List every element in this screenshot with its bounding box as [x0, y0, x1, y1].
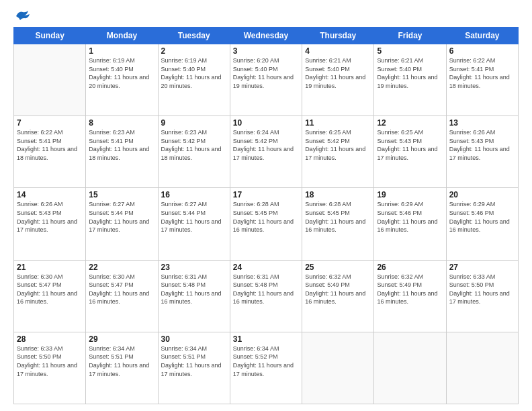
day-info: Sunrise: 6:33 AM Sunset: 5:50 PM Dayligh… [449, 273, 515, 306]
day-info: Sunrise: 6:26 AM Sunset: 5:43 PM Dayligh… [17, 200, 83, 234]
day-number: 12 [377, 118, 443, 128]
col-wednesday: Wednesday [230, 28, 302, 44]
day-number: 1 [89, 46, 154, 56]
day-number: 14 [17, 190, 83, 199]
day-info: Sunrise: 6:27 AM Sunset: 5:44 PM Dayligh… [161, 200, 227, 234]
table-row: 30Sunrise: 6:34 AM Sunset: 5:51 PM Dayli… [158, 332, 230, 404]
day-number: 17 [233, 190, 299, 199]
table-row: 4Sunrise: 6:21 AM Sunset: 5:40 PM Daylig… [302, 44, 374, 116]
day-info: Sunrise: 6:19 AM Sunset: 5:40 PM Dayligh… [89, 56, 154, 90]
col-sunday: Sunday [14, 28, 86, 44]
day-number: 11 [305, 118, 371, 128]
table-row: 24Sunrise: 6:31 AM Sunset: 5:48 PM Dayli… [230, 260, 302, 332]
day-number: 22 [89, 263, 154, 272]
table-row [446, 332, 518, 404]
day-number: 6 [449, 46, 515, 56]
day-number: 19 [377, 190, 443, 199]
table-row: 23Sunrise: 6:31 AM Sunset: 5:48 PM Dayli… [158, 260, 230, 332]
day-number: 21 [17, 263, 83, 272]
table-row: 7Sunrise: 6:22 AM Sunset: 5:41 PM Daylig… [14, 116, 86, 188]
table-row [14, 44, 86, 116]
day-info: Sunrise: 6:31 AM Sunset: 5:48 PM Dayligh… [161, 273, 227, 306]
day-info: Sunrise: 6:34 AM Sunset: 5:51 PM Dayligh… [89, 345, 154, 378]
day-info: Sunrise: 6:31 AM Sunset: 5:48 PM Dayligh… [233, 273, 299, 306]
day-info: Sunrise: 6:25 AM Sunset: 5:43 PM Dayligh… [377, 128, 443, 162]
day-number: 2 [161, 46, 227, 56]
day-number: 3 [233, 46, 299, 56]
table-row: 13Sunrise: 6:26 AM Sunset: 5:43 PM Dayli… [446, 116, 518, 188]
day-number: 24 [233, 263, 299, 272]
day-info: Sunrise: 6:22 AM Sunset: 5:41 PM Dayligh… [17, 128, 83, 162]
table-row: 1Sunrise: 6:19 AM Sunset: 5:40 PM Daylig… [86, 44, 158, 116]
table-row: 26Sunrise: 6:32 AM Sunset: 5:49 PM Dayli… [374, 260, 446, 332]
table-row: 11Sunrise: 6:25 AM Sunset: 5:42 PM Dayli… [302, 116, 374, 188]
day-number: 5 [377, 46, 443, 56]
table-row: 12Sunrise: 6:25 AM Sunset: 5:43 PM Dayli… [374, 116, 446, 188]
day-info: Sunrise: 6:33 AM Sunset: 5:50 PM Dayligh… [17, 345, 83, 378]
calendar-week-row: 28Sunrise: 6:33 AM Sunset: 5:50 PM Dayli… [14, 332, 519, 404]
day-number: 13 [449, 118, 515, 128]
day-info: Sunrise: 6:32 AM Sunset: 5:49 PM Dayligh… [377, 273, 443, 306]
day-number: 8 [89, 118, 154, 128]
day-number: 15 [89, 190, 154, 199]
table-row: 8Sunrise: 6:23 AM Sunset: 5:41 PM Daylig… [86, 116, 158, 188]
day-info: Sunrise: 6:32 AM Sunset: 5:49 PM Dayligh… [305, 273, 371, 306]
calendar-week-row: 14Sunrise: 6:26 AM Sunset: 5:43 PM Dayli… [14, 188, 519, 260]
calendar-header-row: Sunday Monday Tuesday Wednesday Thursday… [14, 28, 519, 44]
day-info: Sunrise: 6:23 AM Sunset: 5:41 PM Dayligh… [89, 128, 154, 162]
table-row: 27Sunrise: 6:33 AM Sunset: 5:50 PM Dayli… [446, 260, 518, 332]
table-row: 19Sunrise: 6:29 AM Sunset: 5:46 PM Dayli… [374, 188, 446, 260]
day-info: Sunrise: 6:34 AM Sunset: 5:51 PM Dayligh… [161, 345, 227, 378]
table-row: 15Sunrise: 6:27 AM Sunset: 5:44 PM Dayli… [86, 188, 158, 260]
day-info: Sunrise: 6:21 AM Sunset: 5:40 PM Dayligh… [377, 56, 443, 90]
day-info: Sunrise: 6:26 AM Sunset: 5:43 PM Dayligh… [449, 128, 515, 162]
table-row: 29Sunrise: 6:34 AM Sunset: 5:51 PM Dayli… [86, 332, 158, 404]
day-number: 27 [449, 263, 515, 272]
col-thursday: Thursday [302, 28, 374, 44]
table-row: 10Sunrise: 6:24 AM Sunset: 5:42 PM Dayli… [230, 116, 302, 188]
table-row: 22Sunrise: 6:30 AM Sunset: 5:47 PM Dayli… [86, 260, 158, 332]
calendar-week-row: 21Sunrise: 6:30 AM Sunset: 5:47 PM Dayli… [14, 260, 519, 332]
col-friday: Friday [374, 28, 446, 44]
calendar-week-row: 7Sunrise: 6:22 AM Sunset: 5:41 PM Daylig… [14, 116, 519, 188]
day-number: 9 [161, 118, 227, 128]
table-row: 3Sunrise: 6:20 AM Sunset: 5:40 PM Daylig… [230, 44, 302, 116]
day-number: 16 [161, 190, 227, 199]
day-number: 30 [161, 334, 227, 344]
col-monday: Monday [86, 28, 158, 44]
day-number: 26 [377, 263, 443, 272]
day-number: 20 [449, 190, 515, 199]
day-info: Sunrise: 6:25 AM Sunset: 5:42 PM Dayligh… [305, 128, 371, 162]
table-row: 20Sunrise: 6:29 AM Sunset: 5:46 PM Dayli… [446, 188, 518, 260]
calendar-week-row: 1Sunrise: 6:19 AM Sunset: 5:40 PM Daylig… [14, 44, 519, 116]
table-row: 16Sunrise: 6:27 AM Sunset: 5:44 PM Dayli… [158, 188, 230, 260]
day-info: Sunrise: 6:23 AM Sunset: 5:42 PM Dayligh… [161, 128, 227, 162]
col-saturday: Saturday [446, 28, 518, 44]
day-info: Sunrise: 6:34 AM Sunset: 5:52 PM Dayligh… [233, 345, 299, 378]
day-info: Sunrise: 6:28 AM Sunset: 5:45 PM Dayligh… [233, 200, 299, 234]
header [13, 11, 519, 21]
day-number: 23 [161, 263, 227, 272]
day-number: 7 [17, 118, 83, 128]
day-info: Sunrise: 6:30 AM Sunset: 5:47 PM Dayligh… [17, 273, 83, 306]
day-info: Sunrise: 6:29 AM Sunset: 5:46 PM Dayligh… [449, 200, 515, 234]
table-row: 5Sunrise: 6:21 AM Sunset: 5:40 PM Daylig… [374, 44, 446, 116]
day-info: Sunrise: 6:21 AM Sunset: 5:40 PM Dayligh… [305, 56, 371, 90]
table-row: 18Sunrise: 6:28 AM Sunset: 5:45 PM Dayli… [302, 188, 374, 260]
logo [13, 11, 31, 21]
day-info: Sunrise: 6:30 AM Sunset: 5:47 PM Dayligh… [89, 273, 154, 306]
day-number: 29 [89, 334, 154, 344]
day-number: 28 [17, 334, 83, 344]
table-row: 25Sunrise: 6:32 AM Sunset: 5:49 PM Dayli… [302, 260, 374, 332]
table-row: 28Sunrise: 6:33 AM Sunset: 5:50 PM Dayli… [14, 332, 86, 404]
day-number: 10 [233, 118, 299, 128]
calendar-table: Sunday Monday Tuesday Wednesday Thursday… [13, 27, 519, 404]
table-row [302, 332, 374, 404]
col-tuesday: Tuesday [158, 28, 230, 44]
day-info: Sunrise: 6:28 AM Sunset: 5:45 PM Dayligh… [305, 200, 371, 234]
day-info: Sunrise: 6:19 AM Sunset: 5:40 PM Dayligh… [161, 56, 227, 90]
day-info: Sunrise: 6:24 AM Sunset: 5:42 PM Dayligh… [233, 128, 299, 162]
table-row: 21Sunrise: 6:30 AM Sunset: 5:47 PM Dayli… [14, 260, 86, 332]
day-info: Sunrise: 6:20 AM Sunset: 5:40 PM Dayligh… [233, 56, 299, 90]
day-number: 4 [305, 46, 371, 56]
